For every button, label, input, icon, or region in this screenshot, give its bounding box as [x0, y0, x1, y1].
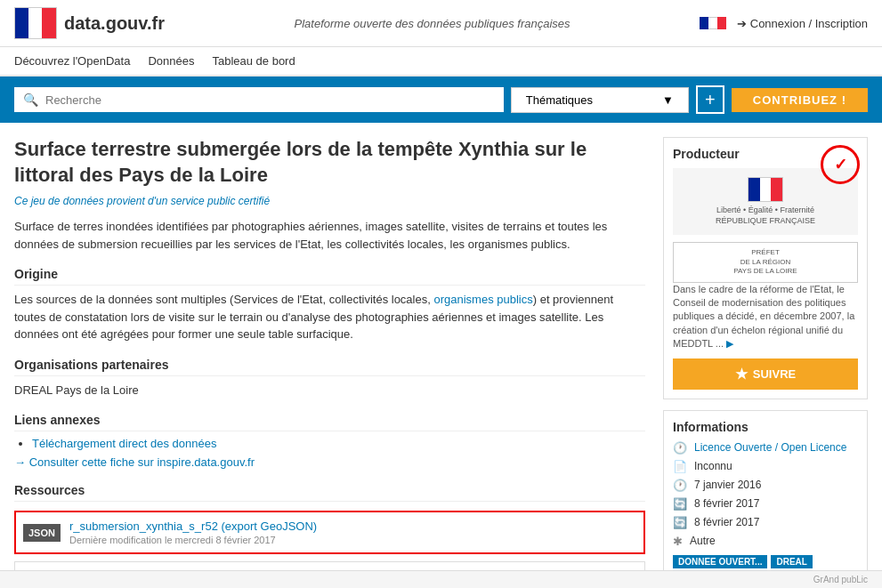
- header-logo: data.gouv.fr: [14, 7, 165, 39]
- licence-link[interactable]: Licence Ouverte / Open Licence: [694, 441, 846, 454]
- organisations-content: DREAL Pays de la Loire: [14, 382, 645, 399]
- page-title: Surface terrestre submergée lors de la t…: [14, 137, 645, 188]
- certified-stamp: ✓: [821, 145, 860, 184]
- date1-value: 7 janvier 2016: [694, 479, 761, 491]
- inspire-link[interactable]: Consulter cette fiche sur inspire.data.g…: [14, 455, 645, 469]
- origine-title: Origine: [14, 267, 645, 286]
- flag-blue: [700, 17, 708, 29]
- mini-french-flag: [748, 177, 783, 202]
- refresh-icon: 🔄: [673, 497, 687, 511]
- plus-button[interactable]: +: [696, 85, 724, 114]
- info-row-licence: 🕐 Licence Ouverte / Open Licence: [673, 441, 858, 455]
- clock-icon: 🕐: [673, 441, 687, 455]
- seal-text: PRÉFETDE LA RÉGIONPAYS DE LA LOIRE: [733, 248, 797, 276]
- clock-icon-2: 🕐: [673, 479, 687, 492]
- language-flag: [700, 17, 726, 29]
- producer-seal: PRÉFETDE LA RÉGIONPAYS DE LA LOIRE: [673, 242, 858, 282]
- info-title: Informations: [673, 420, 858, 434]
- date3-value: 8 février 2017: [694, 516, 759, 528]
- telechargement-link[interactable]: Téléchargement direct des données: [32, 437, 216, 450]
- organismes-link[interactable]: organismes publics: [433, 293, 532, 306]
- chevron-down-icon: ▼: [662, 93, 674, 107]
- info-row-date1: 🕐 7 janvier 2016: [673, 479, 858, 492]
- main-container: Surface terrestre submergée lors de la t…: [0, 123, 882, 588]
- date2-value: 8 février 2017: [694, 497, 759, 510]
- thematiques-button[interactable]: Thématiques ▼: [511, 87, 689, 113]
- liens-list: Téléchargement direct des données: [14, 437, 645, 450]
- search-icon: 🔍: [23, 93, 38, 107]
- info-section: Informations 🕐 Licence Ouverte / Open Li…: [663, 410, 868, 589]
- nav-bar: Découvrez l'OpenData Données Tableau de …: [0, 47, 882, 77]
- suivre-label: SUIVRE: [753, 367, 796, 381]
- liens-section: Liens annexes Téléchargement direct des …: [14, 413, 645, 469]
- resource-info-json: r_submersion_xynthia_s_r52 (export GeoJS…: [69, 520, 636, 545]
- resource-item-json[interactable]: JSON r_submersion_xynthia_s_r52 (export …: [14, 511, 645, 554]
- organisations-section: Organisations partenaires DREAL Pays de …: [14, 358, 645, 399]
- logo-suffix: .fr: [147, 13, 165, 33]
- contribuez-button[interactable]: CONTRIBUEZ !: [732, 88, 868, 112]
- nav-opendata[interactable]: Découvrez l'OpenData: [14, 51, 130, 71]
- nav-tableau[interactable]: Tableau de bord: [212, 51, 295, 71]
- list-item: Téléchargement direct des données: [32, 437, 645, 450]
- search-bar: 🔍 Thématiques ▼ + CONTRIBUEZ !: [0, 77, 882, 123]
- info-row-type: ✱ Autre: [673, 535, 858, 548]
- format-value: Inconnu: [694, 460, 732, 472]
- site-logo-text: data.gouv.fr: [64, 13, 165, 34]
- info-row-date2: 🔄 8 février 2017: [673, 497, 858, 511]
- header: data.gouv.fr Plateforme ouverte des donn…: [0, 0, 882, 47]
- origine-content: Les sources de la données sont multiples…: [14, 291, 645, 343]
- asterisk-icon: ✱: [673, 535, 683, 548]
- info-row-date3: 🔄 8 février 2017: [673, 516, 858, 529]
- search-input[interactable]: [45, 93, 495, 107]
- sidebar: Producteur ✓ Liberté • Égalité • Fratern…: [663, 137, 868, 588]
- info-row-format: 📄 Inconnu: [673, 460, 858, 473]
- search-input-wrap: 🔍: [14, 87, 504, 112]
- login-link[interactable]: ➔ Connexion / Inscription: [737, 17, 868, 30]
- footer-bar: GrAnd pubLic: [0, 570, 882, 588]
- star-icon: ★: [735, 366, 748, 383]
- type-value: Autre: [690, 535, 716, 547]
- resource-date-json: Dernière modification le mercredi 8 févr…: [69, 535, 636, 545]
- tag-dreal[interactable]: DREAL: [771, 555, 812, 568]
- resources-title: Ressources: [14, 483, 645, 502]
- flag-white: [708, 17, 717, 29]
- liens-title: Liens annexes: [14, 413, 645, 431]
- flag-red: [717, 17, 726, 29]
- resource-badge-json: JSON: [23, 524, 61, 542]
- resource-name-json: r_submersion_xynthia_s_r52 (export GeoJS…: [69, 520, 636, 533]
- header-right: ➔ Connexion / Inscription: [700, 17, 868, 30]
- french-flag-logo: [14, 7, 57, 39]
- refresh-icon-2: 🔄: [673, 516, 687, 529]
- footer-brand: GrAnd pubLic: [813, 575, 868, 584]
- main-content: Surface terrestre submergée lors de la t…: [14, 137, 663, 588]
- file-icon: 📄: [673, 460, 687, 473]
- tag-donnee[interactable]: DONNEE OUVERT...: [673, 555, 767, 568]
- header-tagline: Plateforme ouverte des données publiques…: [295, 17, 570, 30]
- origine-section: Origine Les sources de la données sont m…: [14, 267, 645, 343]
- organisations-title: Organisations partenaires: [14, 358, 645, 376]
- nav-donnees[interactable]: Données: [148, 51, 194, 71]
- producer-section: Producteur ✓ Liberté • Égalité • Fratern…: [663, 137, 868, 399]
- producer-description: Dans le cadre de la réforme de l'Etat, l…: [673, 283, 858, 351]
- producer-logo-label: Liberté • Égalité • FraternitéRÉPUBLIQUE…: [716, 205, 815, 226]
- logo-main: data.gouv: [64, 13, 147, 33]
- thematiques-label: Thématiques: [526, 93, 593, 107]
- producer-more-link[interactable]: ▶: [726, 338, 733, 349]
- suivre-button[interactable]: ★ SUIVRE: [673, 358, 858, 390]
- certified-badge: Ce jeu de données provient d'un service …: [14, 195, 645, 207]
- main-description: Surface de terres inondées identifiées p…: [14, 218, 645, 253]
